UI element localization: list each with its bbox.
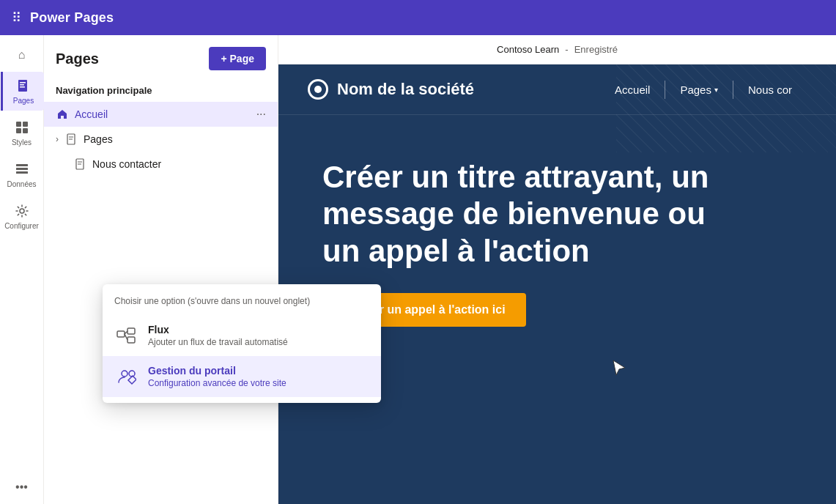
site-logo-inner <box>314 86 322 93</box>
svg-rect-20 <box>127 337 135 343</box>
svg-point-23 <box>122 371 127 377</box>
save-status: Enregistré <box>574 44 618 55</box>
svg-rect-1 <box>20 82 26 84</box>
svg-rect-9 <box>16 168 28 170</box>
sidebar-item-home[interactable]: ⌂ <box>1 41 42 69</box>
more-icon: ••• <box>14 479 30 495</box>
nav-item-contact[interactable]: Nous contacter <box>44 152 278 177</box>
svg-point-11 <box>20 209 24 213</box>
icon-sidebar: ⌂ Pages Styles <box>0 35 44 504</box>
breadcrumb-bar: Contoso Learn - Enregistré <box>278 35 836 64</box>
flux-label: Flux <box>148 324 288 336</box>
portal-text: Gestion du portail Configuration avancée… <box>148 365 286 388</box>
flux-text: Flux Ajouter un flux de travail automati… <box>148 324 288 347</box>
configure-label: Configurer <box>4 222 39 230</box>
svg-line-22 <box>125 334 127 340</box>
styles-icon <box>14 119 30 136</box>
styles-label: Styles <box>12 138 32 147</box>
site-hero-title: Créer un titre attrayant, un message de … <box>322 159 733 270</box>
sidebar-item-configure[interactable]: Configurer <box>1 197 42 236</box>
breadcrumb-separator: - <box>565 44 568 55</box>
portal-label: Gestion du portail <box>148 365 286 377</box>
site-logo: Nom de la société <box>308 79 474 100</box>
apps-icon[interactable]: ⠿ <box>12 10 21 26</box>
svg-rect-6 <box>16 128 21 133</box>
site-name: Contoso Learn <box>497 44 559 55</box>
nav-item-pages[interactable]: › Pages <box>44 127 278 152</box>
svg-rect-2 <box>20 84 24 86</box>
home-nav-icon <box>56 108 69 121</box>
data-icon <box>14 161 30 177</box>
sidebar-item-pages[interactable]: Pages <box>1 72 44 111</box>
app-title: Power Pages <box>30 10 114 26</box>
sidebar-item-more[interactable]: ••• <box>1 473 42 504</box>
pages-icon <box>15 78 32 94</box>
nav-item-accueil[interactable]: Accueil ··· <box>44 102 278 127</box>
sidebar-item-styles[interactable]: Styles <box>1 114 42 152</box>
sidebar-item-data[interactable]: Données <box>1 155 42 194</box>
svg-rect-4 <box>16 122 21 127</box>
pages-panel: Pages + Page Navigation principale Accue… <box>44 35 278 504</box>
main-canvas: Contoso Learn - Enregistré Nom de la soc… <box>278 35 836 504</box>
svg-rect-18 <box>117 331 125 337</box>
svg-rect-19 <box>127 328 135 334</box>
nav-section-title: Navigation principale <box>44 79 278 102</box>
content-area: ⌂ Pages Styles <box>0 35 836 504</box>
home-icon: ⌂ <box>14 47 30 63</box>
pages-panel-header: Pages + Page <box>44 35 278 79</box>
site-logo-icon <box>308 79 328 100</box>
svg-rect-7 <box>23 128 28 133</box>
flux-desc: Ajouter un flux de travail automatisé <box>148 337 288 347</box>
pages-label: Pages <box>13 97 34 105</box>
configure-icon <box>14 203 30 219</box>
dropdown-item-portal[interactable]: Gestion du portail Configuration avancée… <box>103 356 381 397</box>
add-page-button[interactable]: + Page <box>209 47 266 70</box>
svg-rect-0 <box>18 80 27 92</box>
pages-panel-title: Pages <box>56 51 99 67</box>
svg-rect-8 <box>16 164 28 166</box>
accueil-label: Accueil <box>75 108 108 120</box>
svg-point-24 <box>129 371 135 377</box>
dropdown-popup: Choisir une option (s'ouvre dans un nouv… <box>103 284 381 403</box>
flux-icon <box>114 324 138 347</box>
svg-rect-3 <box>20 86 25 88</box>
site-logo-text: Nom de la société <box>337 80 474 99</box>
top-bar: ⠿ Power Pages <box>0 0 836 35</box>
accueil-ellipsis[interactable]: ··· <box>256 108 266 121</box>
portal-icon <box>114 365 138 388</box>
portal-desc: Configuration avancée de votre site <box>148 378 286 388</box>
pages-chevron-icon: › <box>56 134 59 144</box>
contact-page-icon <box>73 158 86 171</box>
pages-nav-label: Pages <box>84 133 113 145</box>
page-nav-icon <box>64 133 78 146</box>
svg-rect-10 <box>16 171 28 174</box>
dropdown-item-flux[interactable]: Flux Ajouter un flux de travail automati… <box>103 315 381 356</box>
svg-rect-5 <box>23 122 28 127</box>
pattern-overlay <box>616 64 836 152</box>
dropdown-hint: Choisir une option (s'ouvre dans un nouv… <box>103 296 381 315</box>
contact-nav-label: Nous contacter <box>92 158 161 170</box>
data-label: Données <box>7 180 36 188</box>
